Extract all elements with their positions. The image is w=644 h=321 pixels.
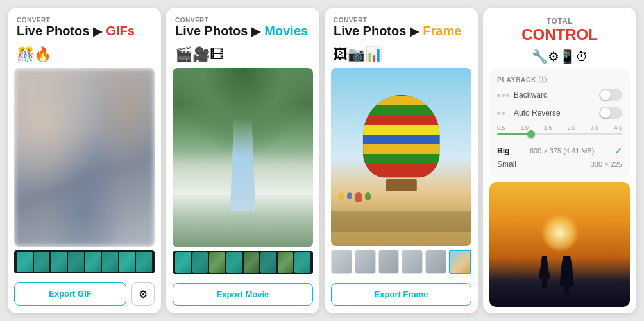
gif-image-area: [14, 68, 155, 247]
movie-filmstrip-cell-6: [260, 252, 276, 273]
export-gif-button[interactable]: Export GIF: [14, 282, 126, 306]
gif-gear-button[interactable]: ⚙: [131, 282, 155, 306]
backward-dots: [497, 92, 510, 98]
size-big-dims: 600 × 375 (4.41 MB): [530, 147, 595, 155]
size-small-label: Small: [497, 160, 516, 169]
frame-balloon-image: [331, 68, 471, 246]
size-options: Big 600 × 375 (4.41 MB) ✓ Small 300 × 22…: [497, 144, 622, 171]
frame-thumb-2[interactable]: [355, 250, 376, 274]
auto-reverse-toggle[interactable]: [599, 107, 622, 119]
gif-buttons: Export GIF ⚙: [8, 277, 161, 313]
movie-garden-image: [173, 68, 313, 247]
movie-title-type: Movies: [264, 24, 308, 39]
movie-filmstrip: [173, 251, 313, 274]
gif-title-row: Live Photos ▶ GIFs: [17, 24, 152, 39]
ground-crowd: [331, 211, 471, 232]
balloon-body: [362, 95, 439, 178]
frame-thumb-3[interactable]: [378, 250, 400, 274]
backward-label-group: Backward: [497, 91, 548, 100]
gif-filmstrip: [14, 250, 155, 273]
movie-arrow: ▶: [251, 24, 260, 39]
filmstrip-cell-7: [119, 252, 135, 272]
size-divider: [497, 141, 622, 141]
frame-convert-label: CONVERT: [334, 17, 469, 24]
size-small-row[interactable]: Small 300 × 225: [497, 158, 622, 171]
control-panel: TOTAL CONTROL 🔧⚙📱⏱ PLAYBACK i Bac: [483, 8, 636, 313]
size-big-label: Big: [497, 146, 509, 155]
control-panel-bottom-image: [489, 182, 630, 307]
backward-row: Backward: [497, 89, 622, 101]
backward-label: Backward: [514, 91, 548, 100]
speed-slider-track[interactable]: [497, 133, 622, 135]
size-big-row[interactable]: Big 600 × 375 (4.41 MB) ✓: [497, 144, 622, 158]
auto-reverse-label-group: Auto Reverse: [497, 108, 561, 117]
frame-image-area: [331, 68, 471, 246]
frame-thumb-4[interactable]: [402, 250, 423, 274]
slider-labels: 0.5 1.0 1.5 2.0 3.0 4.0: [497, 125, 622, 131]
small-balloon-1: [338, 192, 344, 200]
movie-convert-label: CONVERT: [175, 17, 310, 24]
frame-title-type: Frame: [423, 24, 461, 39]
balloon-element: [362, 95, 439, 193]
gif-icons: 🎊🔥: [8, 44, 161, 68]
movie-filmstrip-cell-4: [226, 252, 242, 273]
slider-thumb[interactable]: [527, 130, 535, 138]
control-panel-header: TOTAL CONTROL: [483, 8, 636, 46]
frame-panel: CONVERT Live Photos ▶ Frame 🖼📷📊: [325, 8, 478, 313]
filmstrip-cell-3: [51, 252, 67, 272]
movie-title-row: Live Photos ▶ Movies: [175, 24, 310, 39]
settings-card: PLAYBACK i Backward: [489, 69, 630, 177]
slider-label-1: 1.0: [520, 125, 529, 131]
small-balloon-2: [347, 192, 352, 199]
gif-button-row: Export GIF ⚙: [14, 282, 155, 306]
silhouette-person-1: [539, 256, 550, 288]
frame-title-row: Live Photos ▶ Frame: [334, 24, 469, 39]
panels-container: CONVERT Live Photos ▶ GIFs 🎊🔥 Export GIF: [0, 0, 644, 321]
silhouette-scene: [489, 182, 630, 307]
auto-reverse-toggle-knob: [600, 108, 611, 118]
movie-filmstrip-cell-5: [244, 252, 260, 273]
movie-filmstrip-cell-8: [294, 252, 310, 273]
filmstrip-cell-5: [85, 252, 101, 272]
filmstrip-cell-2: [34, 252, 50, 272]
movie-title-live: Live Photos: [175, 24, 248, 39]
frame-icons: 🖼📷📊: [325, 44, 478, 68]
filmstrip-cell-6: [102, 252, 118, 272]
gif-panel-header: CONVERT Live Photos ▶ GIFs: [8, 8, 161, 44]
control-icons: 🔧⚙📱⏱: [483, 46, 636, 69]
dot-4: [497, 112, 500, 115]
silhouette-person-2: [560, 256, 574, 295]
small-balloons: [338, 192, 371, 202]
movie-icons: 🎬🎥🎞: [166, 44, 319, 68]
frame-title-live: Live Photos: [334, 24, 406, 39]
auto-reverse-label: Auto Reverse: [514, 108, 561, 117]
gif-arrow: ▶: [93, 24, 102, 39]
movie-buttons: Export Movie: [166, 278, 319, 313]
movie-filmstrip-cell-1: [175, 252, 191, 273]
frame-panel-header: CONVERT Live Photos ▶ Frame: [325, 8, 478, 44]
filmstrip-cell-1: [17, 252, 33, 272]
dot-5: [502, 112, 505, 115]
gear-icon: ⚙: [139, 288, 148, 300]
size-small-dims: 300 × 225: [591, 160, 622, 168]
frame-buttons: Export Frame: [325, 278, 478, 313]
small-balloon-4: [365, 192, 371, 200]
frame-strip: [331, 250, 471, 274]
frame-thumb-1[interactable]: [331, 250, 352, 274]
frame-arrow: ▶: [410, 24, 419, 39]
speed-slider-row: 0.5 1.0 1.5 2.0 3.0 4.0: [497, 125, 622, 135]
backward-toggle[interactable]: [599, 89, 622, 101]
slider-label-5: 4.0: [614, 125, 622, 131]
frame-thumb-5[interactable]: [425, 250, 446, 274]
control-title-type: CONTROL: [521, 26, 598, 44]
gif-convert-label: CONVERT: [17, 17, 152, 24]
dot-3: [506, 94, 509, 97]
slider-label-3: 2.0: [567, 125, 575, 131]
movie-panel: CONVERT Live Photos ▶ Movies 🎬🎥🎞 Export …: [166, 8, 319, 313]
frame-thumb-6-active[interactable]: [449, 250, 471, 274]
export-frame-button[interactable]: Export Frame: [331, 283, 471, 306]
export-movie-button[interactable]: Export Movie: [173, 283, 313, 306]
small-balloon-3: [355, 192, 362, 202]
info-icon: i: [539, 76, 547, 83]
gif-blur-image: [14, 68, 155, 247]
